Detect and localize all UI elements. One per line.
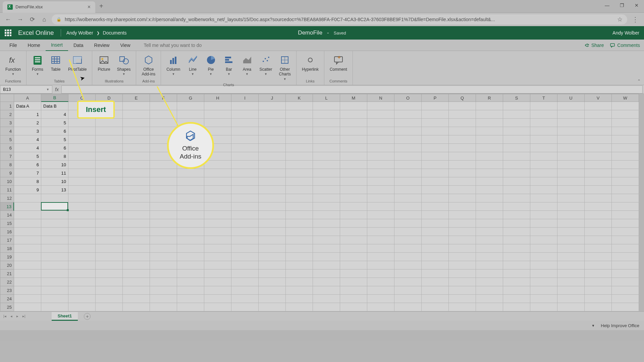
new-tab-button[interactable]: + xyxy=(99,2,103,10)
cell-W5[interactable] xyxy=(612,135,639,144)
cell-I15[interactable] xyxy=(231,219,259,228)
sheet-nav-prev[interactable]: ◂ xyxy=(9,314,14,318)
cell-A21[interactable] xyxy=(14,269,41,278)
cell-S18[interactable] xyxy=(503,244,530,253)
ribbon-forms[interactable]: Forms▼ xyxy=(29,54,47,76)
cell-B12[interactable] xyxy=(41,194,68,202)
sheet-nav-next[interactable]: ▸ xyxy=(15,314,20,318)
cell-L14[interactable] xyxy=(313,211,340,219)
cell-L22[interactable] xyxy=(313,278,340,286)
col-header-O[interactable]: O xyxy=(394,94,422,102)
cell-H20[interactable] xyxy=(204,261,231,269)
cell-F13[interactable] xyxy=(150,202,177,211)
cell-M7[interactable] xyxy=(340,152,367,161)
cell-R11[interactable] xyxy=(476,186,503,194)
cell-H17[interactable] xyxy=(204,236,231,244)
cell-O22[interactable] xyxy=(394,278,422,286)
cell-U12[interactable] xyxy=(557,194,585,202)
row-header-22[interactable]: 22 xyxy=(0,278,14,286)
cell-E22[interactable] xyxy=(123,278,150,286)
help-improve-link[interactable]: Help Improve Office xyxy=(601,323,639,328)
cell-L11[interactable] xyxy=(313,186,340,194)
cell-C6[interactable] xyxy=(68,144,96,152)
cell-R25[interactable] xyxy=(476,303,503,311)
tell-me-search[interactable]: Tell me what you want to do xyxy=(144,43,202,48)
cell-U17[interactable] xyxy=(557,236,585,244)
cell-N10[interactable] xyxy=(367,177,394,186)
cell-W18[interactable] xyxy=(612,244,639,253)
cell-Q16[interactable] xyxy=(449,228,476,236)
cell-S13[interactable] xyxy=(503,202,530,211)
cell-S16[interactable] xyxy=(503,228,530,236)
cell-S25[interactable] xyxy=(503,303,530,311)
cell-P15[interactable] xyxy=(422,219,449,228)
cell-W6[interactable] xyxy=(612,144,639,152)
cell-B21[interactable] xyxy=(41,269,68,278)
cell-A15[interactable] xyxy=(14,219,41,228)
cell-B14[interactable] xyxy=(41,211,68,219)
cell-N19[interactable] xyxy=(367,253,394,261)
cell-K13[interactable] xyxy=(286,202,313,211)
cell-H1[interactable] xyxy=(204,102,231,110)
cell-I16[interactable] xyxy=(231,228,259,236)
cell-B4[interactable]: 6 xyxy=(41,127,68,135)
cell-J1[interactable] xyxy=(259,102,286,110)
cell-M16[interactable] xyxy=(340,228,367,236)
cell-D25[interactable] xyxy=(96,303,123,311)
cell-M5[interactable] xyxy=(340,135,367,144)
cell-R24[interactable] xyxy=(476,295,503,303)
cell-U1[interactable] xyxy=(557,102,585,110)
cell-U22[interactable] xyxy=(557,278,585,286)
cell-D16[interactable] xyxy=(96,228,123,236)
cell-V22[interactable] xyxy=(585,278,612,286)
cell-G19[interactable] xyxy=(177,253,204,261)
row-header-17[interactable]: 17 xyxy=(0,236,14,244)
ribbon-comment[interactable]: Comment xyxy=(326,54,351,72)
cell-Q22[interactable] xyxy=(449,278,476,286)
cell-T11[interactable] xyxy=(530,186,557,194)
cell-B5[interactable]: 5 xyxy=(41,135,68,144)
cell-P18[interactable] xyxy=(422,244,449,253)
cell-R2[interactable] xyxy=(476,110,503,119)
cell-E6[interactable] xyxy=(123,144,150,152)
cell-F9[interactable] xyxy=(150,169,177,177)
ribbon-function[interactable]: fxFunction▼ xyxy=(2,54,24,76)
cell-P8[interactable] xyxy=(422,161,449,169)
cell-W1[interactable] xyxy=(612,102,639,110)
cell-M8[interactable] xyxy=(340,161,367,169)
cell-H8[interactable] xyxy=(204,161,231,169)
cell-L23[interactable] xyxy=(313,286,340,295)
cell-A2[interactable]: 1 xyxy=(14,110,41,119)
cell-S23[interactable] xyxy=(503,286,530,295)
cell-J3[interactable] xyxy=(259,119,286,127)
cell-T5[interactable] xyxy=(530,135,557,144)
comments-button[interactable]: Comments xyxy=(610,43,640,48)
row-header-16[interactable]: 16 xyxy=(0,228,14,236)
cell-M20[interactable] xyxy=(340,261,367,269)
cell-C3[interactable] xyxy=(68,119,96,127)
window-maximize[interactable]: ❐ xyxy=(614,0,629,11)
cell-U20[interactable] xyxy=(557,261,585,269)
app-name[interactable]: Excel Online xyxy=(18,29,54,37)
cell-C19[interactable] xyxy=(68,253,96,261)
ribbon-line[interactable]: Line▼ xyxy=(184,54,202,76)
cell-I22[interactable] xyxy=(231,278,259,286)
row-header-15[interactable]: 15 xyxy=(0,219,14,228)
cell-P4[interactable] xyxy=(422,127,449,135)
cell-W23[interactable] xyxy=(612,286,639,295)
cell-V2[interactable] xyxy=(585,110,612,119)
cell-E24[interactable] xyxy=(123,295,150,303)
cell-C24[interactable] xyxy=(68,295,96,303)
cell-L8[interactable] xyxy=(313,161,340,169)
ribbon-bar[interactable]: Bar▼ xyxy=(220,54,238,76)
cell-C9[interactable] xyxy=(68,169,96,177)
cell-D23[interactable] xyxy=(96,286,123,295)
cell-F11[interactable] xyxy=(150,186,177,194)
cell-B6[interactable]: 6 xyxy=(41,144,68,152)
cell-T20[interactable] xyxy=(530,261,557,269)
cell-R18[interactable] xyxy=(476,244,503,253)
cell-V19[interactable] xyxy=(585,253,612,261)
cell-T1[interactable] xyxy=(530,102,557,110)
cell-S22[interactable] xyxy=(503,278,530,286)
cell-R19[interactable] xyxy=(476,253,503,261)
